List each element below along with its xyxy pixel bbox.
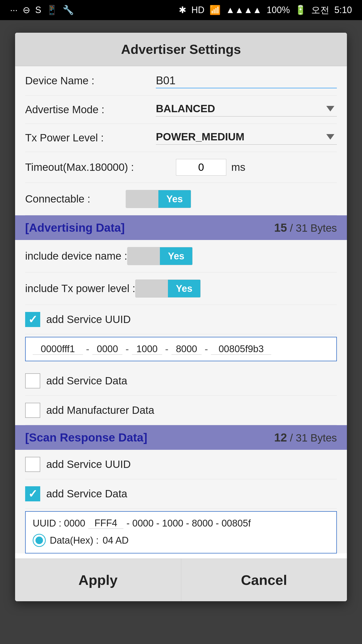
advertise-mode-row[interactable]: Advertise Mode : BALANCED [25, 96, 337, 124]
scan-add-service-uuid-row[interactable]: add Service UUID [25, 450, 337, 479]
add-service-uuid-label: add Service UUID [46, 313, 131, 326]
apply-button[interactable]: Apply [15, 559, 181, 601]
status-right-icons: ✱ HD 📶 ▲▲▲▲ 100% 🔋 오전 5:10 [179, 4, 352, 16]
tx-power-label: Tx Power Level : [25, 132, 156, 144]
battery-icon: 🔋 [295, 5, 306, 15]
status-left-icons: ··· ⊖ S 📱 🔧 [10, 5, 74, 15]
include-tx-power-toggle-off [135, 280, 168, 297]
add-manufacturer-data-checkbox[interactable] [25, 403, 40, 418]
add-service-uuid-row[interactable]: ✓ add Service UUID [25, 305, 337, 334]
timeout-input-wrap: ms [176, 159, 245, 176]
hd-label: HD [191, 5, 204, 15]
connectable-toggle[interactable]: Yes [126, 190, 191, 208]
menu-icon: ··· [10, 5, 18, 15]
connectable-label: Connectable : [25, 193, 126, 205]
scan-add-service-uuid-checkbox[interactable] [25, 457, 40, 472]
ampm-label: 오전 [311, 4, 329, 16]
s-icon: S [35, 5, 41, 15]
scan-add-service-data-label: add Service Data [46, 488, 127, 500]
connectable-yes-label: Yes [166, 194, 183, 205]
scan-checkmark-icon: ✓ [28, 488, 37, 499]
sd-uuid-row: UUID : 0000 - 0000 - 1000 - 8000 - 00805… [33, 518, 329, 529]
sd-data-row: Data(Hex) : 04 AD [33, 534, 329, 547]
time-label: 5:10 [334, 5, 352, 15]
include-tx-power-yes-label: Yes [176, 283, 193, 294]
scan-add-service-data-checkbox[interactable]: ✓ [25, 486, 40, 501]
uuid-seg3-input[interactable] [132, 344, 162, 355]
uuid-sep4: - [205, 343, 208, 355]
include-tx-power-row: include Tx power level : Yes [25, 272, 337, 305]
device-name-label: Device Name : [25, 75, 156, 87]
button-row: Apply Cancel [15, 558, 347, 601]
add-service-data-row[interactable]: add Service Data [25, 366, 337, 396]
signal-icon: ▲▲▲▲ [226, 5, 262, 15]
sd-uuid-prefix: UUID : 0000 [33, 518, 85, 529]
include-device-name-toggle-off [127, 247, 160, 265]
timeout-label: Timeout(Max.180000) : [25, 161, 176, 173]
connectable-toggle-on: Yes [158, 190, 191, 208]
include-tx-power-toggle[interactable]: Yes [135, 279, 201, 298]
uuid-seg2-input[interactable] [92, 344, 122, 355]
cancel-button[interactable]: Cancel [181, 559, 347, 601]
uuid-seg5-input[interactable] [211, 344, 271, 355]
uuid-sep3: - [165, 343, 168, 355]
sd-uuid-seg1-input[interactable] [88, 518, 123, 529]
scan-add-service-data-row[interactable]: ✓ add Service Data [25, 479, 337, 509]
include-device-name-yes-label: Yes [168, 251, 185, 262]
tx-power-dropdown[interactable]: POWER_MEDIUM [156, 131, 337, 145]
tx-power-row[interactable]: Tx Power Level : POWER_MEDIUM [25, 124, 337, 152]
connectable-row: Connectable : Yes [25, 183, 337, 215]
dialog-body: Device Name : Advertise Mode : BALANCED … [15, 66, 347, 553]
timeout-row: Timeout(Max.180000) : ms [25, 152, 337, 183]
include-device-name-row: include device name : Yes [25, 240, 337, 272]
advertising-data-maxbytes: / 31 Bytes [290, 222, 337, 234]
connectable-toggle-off [126, 190, 158, 208]
data-hex-radio[interactable] [33, 534, 46, 547]
add-service-uuid-checkbox[interactable]: ✓ [25, 312, 40, 327]
scan-response-data-bytes: 12 / 31 Bytes [274, 431, 337, 444]
service-data-detail-box[interactable]: UUID : 0000 - 0000 - 1000 - 8000 - 00805… [25, 511, 337, 553]
advertise-mode-value: BALANCED [156, 103, 215, 115]
uuid-seg1-input[interactable] [33, 344, 83, 355]
uuid-sep1: - [86, 343, 89, 355]
tx-power-arrow-icon [326, 134, 334, 140]
scan-response-data-header: [Scan Response Data] 12 / 31 Bytes [15, 425, 347, 450]
wrench-icon: 🔧 [63, 5, 74, 15]
device-name-input[interactable] [156, 73, 337, 88]
include-tx-power-label: include Tx power level : [25, 283, 135, 295]
include-device-name-label: include device name : [25, 250, 127, 262]
service-uuid-input-box[interactable]: - - - - [25, 337, 337, 361]
add-manufacturer-data-row[interactable]: add Manufacturer Data [25, 396, 337, 425]
add-service-data-checkbox[interactable] [25, 373, 40, 388]
advertise-mode-arrow-icon [326, 106, 334, 111]
phone-icon: 📱 [46, 5, 58, 15]
advertising-data-bytes: 15 / 31 Bytes [274, 221, 337, 234]
sd-data-value: 04 AD [103, 535, 129, 546]
add-service-data-label: add Service Data [46, 375, 127, 387]
advertise-mode-label: Advertise Mode : [25, 104, 156, 116]
add-manufacturer-data-label: add Manufacturer Data [46, 404, 154, 416]
sd-uuid-rest: - 0000 - 1000 - 8000 - 00805f [126, 518, 251, 529]
bluetooth-icon: ✱ [179, 5, 186, 15]
timeout-input[interactable] [176, 159, 226, 176]
scan-response-data-maxbytes: / 31 Bytes [290, 432, 337, 444]
radio-inner [35, 537, 43, 544]
tx-power-value: POWER_MEDIUM [156, 131, 244, 143]
include-device-name-toggle-on: Yes [160, 247, 192, 265]
battery-label: 100% [267, 5, 290, 15]
timeout-unit: ms [231, 161, 245, 173]
include-device-name-toggle[interactable]: Yes [127, 247, 193, 265]
advertising-data-title: [Advertising Data] [25, 221, 125, 234]
uuid-sep2: - [125, 343, 129, 355]
sd-data-label: Data(Hex) : [50, 535, 99, 546]
status-bar: ··· ⊖ S 📱 🔧 ✱ HD 📶 ▲▲▲▲ 100% 🔋 오전 5:10 [0, 0, 362, 20]
advertising-data-header: [Advertising Data] 15 / 31 Bytes [15, 215, 347, 240]
uuid-seg4-input[interactable] [171, 344, 202, 355]
advertiser-settings-dialog: Advertiser Settings Device Name : Advert… [15, 33, 347, 601]
advertise-mode-dropdown[interactable]: BALANCED [156, 103, 337, 116]
minus-icon: ⊖ [23, 5, 30, 15]
include-tx-power-toggle-on: Yes [168, 280, 200, 297]
dialog-title: Advertiser Settings [15, 33, 347, 66]
device-name-row: Device Name : [25, 66, 337, 96]
scan-response-data-title: [Scan Response Data] [25, 431, 147, 444]
